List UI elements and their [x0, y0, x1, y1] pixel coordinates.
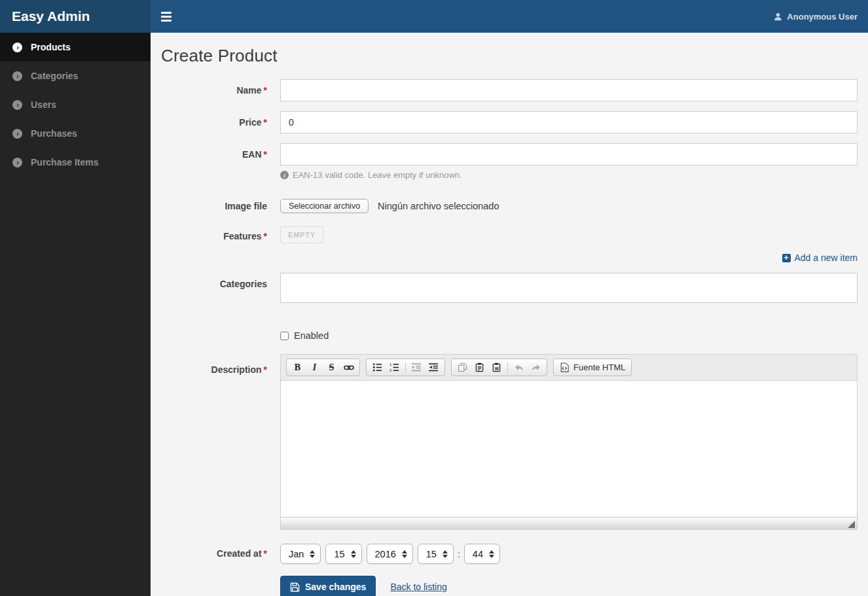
ean-label: EAN	[242, 149, 262, 160]
price-label: Price	[239, 117, 261, 128]
topbar: Anonymous User	[151, 0, 868, 33]
hamburger-icon[interactable]	[161, 12, 172, 22]
categories-label: Categories	[220, 279, 267, 289]
link-icon[interactable]	[340, 360, 357, 375]
required-marker: *	[264, 85, 267, 96]
strikethrough-icon[interactable]: S	[323, 360, 340, 375]
sidebar-item-label: Purchase Items	[31, 157, 99, 167]
rich-text-editor: B I S	[280, 354, 858, 530]
form-group-created-at: Created at* Jan 15 2016 15 : 44	[161, 542, 858, 564]
file-status-text: Ningún archivo seleccionado	[378, 201, 499, 211]
file-select-button[interactable]: Seleccionar archivo	[280, 199, 369, 213]
copy-icon[interactable]	[454, 360, 471, 375]
features-label: Features	[223, 231, 261, 241]
paste-from-word-icon[interactable]: W	[488, 360, 505, 375]
resize-handle-icon[interactable]	[848, 521, 855, 528]
name-label: Name	[236, 85, 261, 96]
description-label: Description	[211, 364, 262, 375]
paste-icon[interactable]	[471, 360, 488, 375]
form-group-ean: EAN* EAN-13 valid code. Leave empty if u…	[161, 143, 858, 180]
form-group-enabled: Enabled	[161, 316, 858, 354]
created-at-hour-select[interactable]: 15	[418, 544, 454, 564]
italic-icon[interactable]: I	[306, 360, 323, 375]
svg-text:W: W	[495, 366, 499, 371]
required-marker: *	[264, 117, 267, 128]
price-input[interactable]	[280, 111, 858, 133]
form-group-description: Description* B I S	[161, 354, 858, 530]
sidebar-item-categories[interactable]: › Categories	[0, 61, 151, 90]
required-marker: *	[264, 548, 267, 559]
user-menu[interactable]: Anonymous User	[774, 12, 858, 22]
numbered-list-icon[interactable]: 1 2	[386, 360, 403, 375]
sidebar-item-purchases[interactable]: › Purchases	[0, 119, 151, 148]
html-source-icon	[560, 362, 570, 372]
main-content: Create Product Name* Price* EAN* EAN-13 …	[151, 0, 868, 596]
sidebar-item-label: Products	[31, 42, 71, 52]
created-at-minute-select[interactable]: 44	[464, 544, 500, 564]
save-changes-button[interactable]: Save changes	[280, 576, 376, 596]
html-source-button[interactable]: Fuente HTML	[553, 359, 632, 376]
back-to-listing-link[interactable]: Back to listing	[390, 582, 446, 592]
outdent-icon[interactable]	[408, 360, 425, 375]
stepper-icon	[310, 550, 315, 558]
stepper-icon	[443, 550, 448, 558]
ean-help: EAN-13 valid code. Leave empty if unknow…	[280, 170, 858, 180]
chevron-circle-right-icon: ›	[12, 71, 22, 81]
enabled-label: Enabled	[294, 330, 329, 341]
page-title: Create Product	[161, 46, 858, 66]
sidebar-item-label: Purchases	[31, 128, 77, 139]
user-name: Anonymous User	[787, 12, 858, 22]
stepper-icon	[402, 550, 407, 558]
bulleted-list-icon[interactable]	[369, 360, 386, 375]
form-group-image: Image file Seleccionar archivo Ningún ar…	[161, 196, 858, 213]
user-icon	[774, 12, 782, 21]
sidebar-item-users[interactable]: › Users	[0, 90, 151, 119]
stepper-icon	[489, 550, 494, 558]
form-group-price: Price*	[161, 111, 858, 133]
ean-input[interactable]	[280, 143, 858, 166]
sidebar-item-purchase-items[interactable]: › Purchase Items	[0, 148, 151, 177]
chevron-circle-right-icon: ›	[12, 100, 22, 110]
sidebar-item-products[interactable]: › Products	[0, 33, 151, 61]
enabled-checkbox-row[interactable]: Enabled	[280, 330, 858, 341]
created-at-month-select[interactable]: Jan	[280, 544, 321, 564]
indent-icon[interactable]	[425, 360, 442, 375]
info-circle-icon	[280, 171, 289, 179]
created-at-day-select[interactable]: 15	[325, 544, 361, 564]
description-editor-area[interactable]	[281, 381, 857, 517]
add-item-row: Add a new item	[161, 253, 858, 263]
enabled-checkbox[interactable]	[280, 332, 289, 340]
bold-icon[interactable]: B	[289, 360, 306, 375]
redo-icon[interactable]	[528, 360, 544, 375]
floppy-disk-icon	[290, 582, 300, 592]
sidebar-item-label: Users	[31, 99, 56, 110]
required-marker: *	[264, 364, 267, 375]
categories-select[interactable]	[280, 273, 858, 303]
editor-bottom-bar	[281, 517, 857, 529]
chevron-circle-right-icon: ›	[12, 158, 22, 167]
form-group-categories: Categories	[161, 273, 858, 303]
svg-text:1: 1	[389, 362, 392, 366]
name-input[interactable]	[280, 79, 858, 101]
sidebar-item-label: Categories	[31, 71, 78, 81]
image-file-label: Image file	[225, 201, 267, 211]
undo-icon[interactable]	[511, 360, 527, 375]
created-at-year-select[interactable]: 2016	[367, 544, 413, 564]
form-group-features: Features* EMPTY	[161, 225, 858, 243]
created-at-label: Created at	[217, 548, 261, 559]
required-marker: *	[264, 149, 267, 160]
chevron-circle-right-icon: ›	[12, 43, 22, 52]
brand-logo[interactable]: Easy Admin	[0, 0, 151, 33]
form-group-name: Name*	[161, 79, 858, 101]
plus-square-icon	[782, 254, 791, 262]
form-actions: Save changes Back to listing	[161, 576, 858, 596]
editor-toolbar: B I S	[281, 355, 857, 381]
features-empty-badge: EMPTY	[280, 226, 323, 243]
time-separator: :	[458, 549, 460, 559]
required-marker: *	[264, 231, 267, 241]
stepper-icon	[351, 550, 356, 558]
add-new-item-link[interactable]: Add a new item	[782, 253, 858, 263]
sidebar: Easy Admin › Products › Categories › Use…	[0, 0, 151, 596]
chevron-circle-right-icon: ›	[12, 129, 22, 139]
svg-text:2: 2	[389, 368, 392, 372]
